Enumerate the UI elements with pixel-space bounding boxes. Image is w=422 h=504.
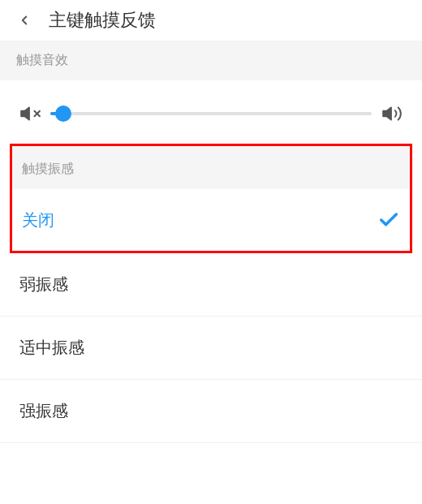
check-icon	[377, 209, 400, 231]
option-off[interactable]: 关闭	[12, 189, 410, 251]
option-off-label: 关闭	[22, 209, 54, 231]
volume-up-icon	[381, 103, 403, 124]
highlight-annotation: 触摸振感 关闭	[10, 144, 412, 253]
option-medium-label: 适中振感	[19, 337, 84, 359]
volume-slider[interactable]	[50, 112, 372, 115]
slider-thumb[interactable]	[55, 106, 71, 122]
section-vibration-header: 触摸振感	[12, 146, 410, 189]
option-weak[interactable]: 弱振感	[0, 253, 422, 317]
header: 主键触摸反馈	[0, 0, 422, 41]
volume-mute-icon	[19, 103, 41, 124]
back-icon[interactable]	[15, 11, 34, 30]
option-weak-label: 弱振感	[19, 274, 68, 295]
section-sound-header: 触摸音效	[0, 41, 422, 80]
option-strong[interactable]: 强振感	[0, 380, 422, 443]
page-title: 主键触摸反馈	[49, 8, 156, 32]
svg-marker-0	[21, 107, 29, 119]
volume-slider-section	[0, 80, 422, 144]
option-strong-label: 强振感	[19, 400, 68, 422]
option-medium[interactable]: 适中振感	[0, 317, 422, 380]
svg-marker-3	[383, 107, 391, 119]
